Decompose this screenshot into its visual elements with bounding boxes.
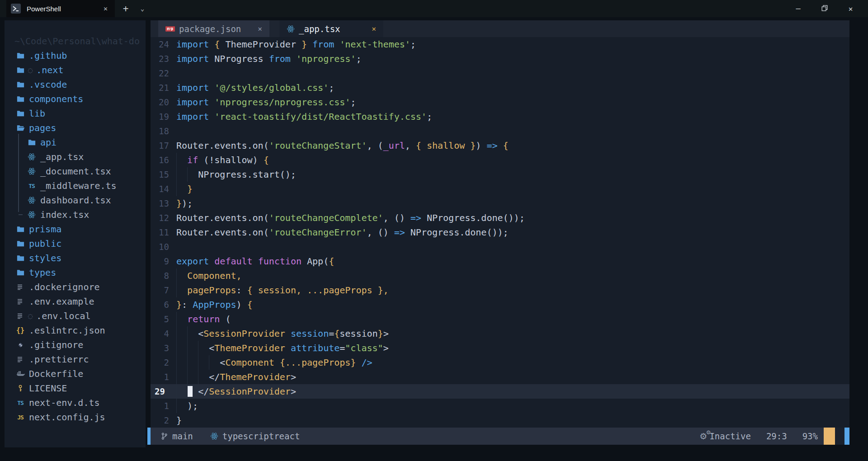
tree-item-_middleware.ts[interactable]: TS_middleware.ts bbox=[5, 179, 146, 193]
line-number: 16 bbox=[151, 153, 175, 167]
tree-item-_document.tsx[interactable]: _document.tsx bbox=[5, 164, 146, 179]
tree-item-components[interactable]: components bbox=[5, 92, 146, 106]
minimize-button[interactable]: — bbox=[788, 0, 809, 17]
code-line[interactable]: 24import { ThemeProvider } from 'next-th… bbox=[151, 37, 849, 52]
tree-item-.dockerignore[interactable]: .dockerignore bbox=[5, 280, 146, 294]
folder-icon bbox=[16, 109, 25, 118]
code-line[interactable]: 13}); bbox=[151, 196, 849, 211]
code-text: Router.events.on('routeChangeError', () … bbox=[176, 225, 849, 240]
tree-item-api[interactable]: api bbox=[5, 135, 146, 150]
tree-item-.vscode[interactable]: .vscode bbox=[5, 77, 146, 92]
tree-item-.github[interactable]: .github bbox=[5, 48, 146, 63]
code-line[interactable]: 7 pageProps: { session, ...pageProps }, bbox=[151, 283, 849, 297]
code-line[interactable]: 19import 'react-toastify/dist/ReactToast… bbox=[151, 109, 849, 124]
tree-item-.gitignore[interactable]: .gitignore bbox=[5, 338, 146, 352]
code-line[interactable]: 18 bbox=[151, 124, 849, 138]
line-number: 11 bbox=[151, 225, 175, 240]
tree-item-next-env.d.ts[interactable]: TSnext-env.d.ts bbox=[5, 395, 146, 410]
chevron-down-icon: ⌄ bbox=[141, 5, 144, 12]
tree-item-lib[interactable]: lib bbox=[5, 106, 146, 121]
tree-item-Dockerfile[interactable]: Dockerfile bbox=[5, 367, 146, 381]
ignored-icon: ◌ bbox=[28, 311, 33, 320]
line-number: 21 bbox=[151, 80, 175, 95]
tree-item-label: LICENSE bbox=[29, 383, 67, 394]
tree-item-.env.example[interactable]: .env.example bbox=[5, 294, 146, 309]
tree-item-prisma[interactable]: prisma bbox=[5, 222, 146, 236]
code-text: } bbox=[176, 413, 849, 428]
code-line[interactable]: 5 return ( bbox=[151, 312, 849, 326]
tab-package-json[interactable]: package.json ✕ bbox=[158, 20, 269, 37]
code-text: } bbox=[176, 182, 849, 196]
code-text bbox=[176, 124, 849, 138]
folder-icon bbox=[16, 268, 25, 277]
tree-item-label: .github bbox=[29, 50, 67, 61]
tree-item-.eslintrc.json[interactable]: {}.eslintrc.json bbox=[5, 323, 146, 338]
tab-close-icon[interactable]: ✕ bbox=[101, 5, 110, 13]
code-line[interactable]: 1 ); bbox=[151, 399, 849, 413]
tree-item-styles[interactable]: styles bbox=[5, 251, 146, 265]
tree-item-next.config.js[interactable]: JSnext.config.js bbox=[5, 410, 146, 424]
code-line[interactable]: 15 NProgress.start(); bbox=[151, 167, 849, 182]
line-number: 6 bbox=[151, 297, 175, 312]
powershell-tab[interactable]: PowerShell ✕ bbox=[6, 0, 115, 17]
tree-item-label: .dockerignore bbox=[29, 282, 100, 292]
tree-item-.prettierrc[interactable]: .prettierrc bbox=[5, 352, 146, 367]
tree-item-label: index.tsx bbox=[40, 209, 89, 220]
tree-item-.env.local[interactable]: ◌.env.local bbox=[5, 309, 146, 323]
tree-item-index.tsx[interactable]: index.tsx bbox=[5, 207, 146, 222]
tree-item-dashboard.tsx[interactable]: dashboard.tsx bbox=[5, 193, 146, 207]
code-text: pageProps: { session, ...pageProps }, bbox=[176, 283, 849, 297]
filetype: typescriptreact bbox=[222, 431, 300, 441]
code-line[interactable]: 2 <Component {...pageProps} /> bbox=[151, 355, 849, 370]
tab-dropdown-button[interactable]: ⌄ bbox=[135, 0, 150, 17]
indent-guide bbox=[176, 399, 177, 413]
braces-icon: {} bbox=[16, 326, 25, 335]
line-number: 8 bbox=[151, 268, 175, 283]
tab-close-icon[interactable]: ✕ bbox=[253, 24, 262, 33]
code-line[interactable]: 14 } bbox=[151, 182, 849, 196]
line-number: 2 bbox=[151, 355, 175, 370]
tree-item-label: prisma bbox=[29, 224, 61, 235]
tree-item-pages[interactable]: pages bbox=[5, 121, 146, 135]
cursor-position: 29:3 bbox=[766, 431, 787, 441]
code-text: <SessionProvider session={session}> bbox=[176, 326, 849, 341]
code-text: import 'nprogress/nprogress.css'; bbox=[176, 95, 849, 109]
code-line[interactable]: 23import NProgress from 'nprogress'; bbox=[151, 52, 849, 66]
code-line[interactable]: 10 bbox=[151, 240, 849, 254]
tree-item-label: dashboard.tsx bbox=[40, 195, 111, 206]
code-text: }: AppProps) { bbox=[176, 297, 849, 312]
code-line[interactable]: 9export default function App({ bbox=[151, 254, 849, 268]
code-line[interactable]: 22 bbox=[151, 66, 849, 80]
close-button[interactable]: ✕ bbox=[840, 0, 861, 17]
code-line[interactable]: 20import 'nprogress/nprogress.css'; bbox=[151, 95, 849, 109]
code-line[interactable]: 1 </ThemeProvider> bbox=[151, 370, 849, 384]
statusbar-gap bbox=[835, 428, 844, 445]
line-number: 24 bbox=[151, 37, 175, 52]
tab-label: _app.tsx bbox=[299, 24, 367, 34]
tab-app-tsx[interactable]: _app.tsx ✕ bbox=[279, 20, 383, 37]
code-line[interactable]: 21import '@/styles/global.css'; bbox=[151, 80, 849, 95]
code-line[interactable]: 12Router.events.on('routeChangeComplete'… bbox=[151, 211, 849, 225]
tree-item-label: styles bbox=[29, 253, 61, 263]
tree-item-label: .gitignore bbox=[29, 339, 83, 350]
line-number: 3 bbox=[151, 341, 175, 355]
tree-item-_app.tsx[interactable]: _app.tsx bbox=[5, 150, 146, 164]
code-line[interactable]: 4 <SessionProvider session={session}> bbox=[151, 326, 849, 341]
tab-close-icon[interactable]: ✕ bbox=[367, 24, 376, 33]
line-number: 12 bbox=[151, 211, 175, 225]
list-icon bbox=[16, 282, 25, 292]
code-line[interactable]: 17Router.events.on('routeChangeStart', (… bbox=[151, 138, 849, 153]
tree-item-types[interactable]: types bbox=[5, 265, 146, 280]
code-line[interactable]: 2} bbox=[151, 413, 849, 428]
tree-item-LICENSE[interactable]: LICENSE bbox=[5, 381, 146, 395]
code-line[interactable]: 16 if (!shallow) { bbox=[151, 153, 849, 167]
code-line[interactable]: 11Router.events.on('routeChangeError', (… bbox=[151, 225, 849, 240]
code-line[interactable]: 29 </SessionProvider> bbox=[151, 384, 849, 399]
maximize-button[interactable] bbox=[814, 0, 835, 17]
code-line[interactable]: 3 <ThemeProvider attribute="class"> bbox=[151, 341, 849, 355]
tree-item-public[interactable]: public bbox=[5, 236, 146, 251]
new-tab-button[interactable]: + bbox=[118, 0, 134, 17]
code-line[interactable]: 6}: AppProps) { bbox=[151, 297, 849, 312]
code-line[interactable]: 8 Component, bbox=[151, 268, 849, 283]
tree-item-.next[interactable]: ◌.next bbox=[5, 63, 146, 77]
